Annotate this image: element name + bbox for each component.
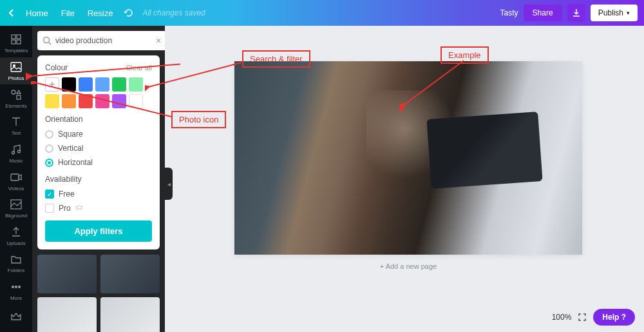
rail-videos[interactable]: Videos — [0, 167, 32, 195]
rail-label: Photos — [8, 75, 24, 81]
search-input[interactable] — [55, 36, 152, 45]
rail-text[interactable]: Text — [0, 112, 32, 140]
zoom-level[interactable]: 100% — [552, 313, 572, 322]
undo-icon[interactable] — [123, 8, 133, 18]
rail-photos[interactable]: Photos — [0, 57, 32, 85]
svg-rect-10 — [11, 174, 19, 181]
templates-icon — [10, 33, 23, 46]
svg-point-12 — [12, 286, 14, 288]
share-button[interactable]: Share — [524, 5, 562, 21]
colour-swatch[interactable] — [45, 94, 59, 108]
annotation-example: Example — [440, 46, 489, 64]
photo-thumb[interactable] — [37, 255, 97, 293]
rail-label: Templates — [5, 48, 28, 54]
rail-label: Videos — [8, 186, 24, 191]
radio-label: Vertical — [58, 144, 83, 153]
check-label: Pro — [59, 204, 71, 213]
rail-label: Elements — [5, 103, 26, 109]
apply-filters-button[interactable]: Apply filters — [45, 220, 152, 242]
rail-pro[interactable] — [0, 304, 32, 332]
radio-icon — [45, 144, 53, 153]
photos-icon — [10, 61, 23, 73]
rail-folders[interactable]: Folders — [0, 249, 32, 277]
photo-thumb[interactable] — [37, 297, 97, 332]
help-button[interactable]: Help ? — [593, 309, 635, 326]
orientation-vertical[interactable]: Vertical — [45, 141, 152, 155]
svg-rect-7 — [17, 95, 21, 99]
radio-label: Horizontal — [58, 158, 93, 167]
panel-collapse-handle[interactable]: ◂ — [165, 168, 173, 200]
annotation-search-filter: Search & filter — [242, 50, 310, 68]
svg-point-15 — [44, 37, 50, 43]
colour-swatch[interactable] — [129, 94, 143, 108]
back-icon[interactable] — [6, 8, 15, 17]
checkbox-icon — [45, 204, 54, 213]
publish-button[interactable]: Publish — [591, 5, 638, 21]
rail-label: Uploads — [6, 240, 25, 246]
radio-icon — [45, 130, 53, 139]
rail-more[interactable]: More — [0, 277, 32, 305]
svg-rect-1 — [17, 35, 21, 39]
svg-point-5 — [14, 64, 15, 66]
placed-photo[interactable] — [234, 61, 582, 255]
rail-templates[interactable]: Templates — [0, 30, 32, 57]
rail-background[interactable]: Bkground — [0, 195, 32, 222]
more-icon — [10, 280, 23, 293]
search-box[interactable]: × — [37, 31, 165, 50]
orientation-square[interactable]: Square — [45, 127, 152, 141]
photo-results — [32, 249, 165, 332]
svg-point-8 — [12, 151, 15, 154]
colour-swatch[interactable] — [62, 77, 76, 92]
filter-card: Colour Clear all + Orientation SquareVer… — [37, 55, 160, 249]
photo-thumb[interactable] — [100, 255, 160, 293]
rail-elements[interactable]: Elements — [0, 84, 32, 112]
clear-search-icon[interactable]: × — [156, 35, 161, 46]
colour-label: Colour — [45, 63, 68, 72]
photo-thumb[interactable] — [100, 297, 160, 332]
document-title[interactable]: Tasty — [500, 8, 518, 17]
home-button[interactable]: Home — [19, 8, 55, 18]
rail-label: Folders — [8, 268, 25, 273]
add-colour-button[interactable]: + — [45, 77, 59, 92]
colour-swatch[interactable] — [112, 94, 126, 108]
canvas-area: + Add a new page — [173, 26, 644, 332]
text-icon — [10, 115, 23, 128]
colour-swatch[interactable] — [129, 77, 143, 92]
videos-icon — [10, 171, 23, 184]
svg-point-9 — [18, 150, 21, 153]
radio-icon — [45, 159, 53, 167]
colour-swatch[interactable] — [79, 94, 93, 108]
colour-swatch[interactable] — [62, 94, 76, 108]
availability-label: Availability — [45, 175, 152, 184]
radio-label: Square — [58, 130, 83, 139]
resize-menu[interactable]: Resize — [81, 8, 120, 18]
colour-swatch[interactable] — [95, 94, 109, 108]
svg-rect-3 — [17, 40, 21, 44]
background-icon — [10, 198, 23, 211]
file-menu[interactable]: File — [55, 8, 81, 18]
svg-rect-0 — [12, 35, 15, 39]
svg-point-13 — [15, 286, 17, 288]
clear-all-button[interactable]: Clear all — [126, 64, 152, 72]
uploads-icon — [10, 226, 23, 239]
availability-pro[interactable]: Pro — [45, 201, 152, 215]
design-page[interactable] — [234, 61, 582, 255]
colour-swatch[interactable] — [95, 77, 109, 92]
side-rail: TemplatesPhotosElementsTextMusicVideosBk… — [0, 26, 32, 332]
elements-icon — [10, 88, 23, 101]
download-button[interactable] — [567, 4, 585, 22]
orientation-horizontal[interactable]: Horizontal — [45, 155, 152, 170]
availability-free[interactable]: ✓Free — [45, 187, 152, 201]
rail-label: Bkground — [5, 213, 27, 219]
crown-icon — [10, 312, 23, 325]
rail-music[interactable]: Music — [0, 140, 32, 168]
fullscreen-icon[interactable] — [578, 313, 587, 322]
colour-swatch[interactable] — [112, 77, 126, 92]
check-label: Free — [59, 190, 75, 199]
colour-swatch[interactable] — [79, 77, 93, 92]
rail-label: More — [10, 295, 22, 301]
rail-uploads[interactable]: Uploads — [0, 222, 32, 249]
add-new-page-button[interactable]: + Add a new page — [234, 255, 582, 278]
colour-swatches: + — [45, 77, 152, 108]
annotation-photo-icon: Photo icon — [171, 111, 226, 128]
